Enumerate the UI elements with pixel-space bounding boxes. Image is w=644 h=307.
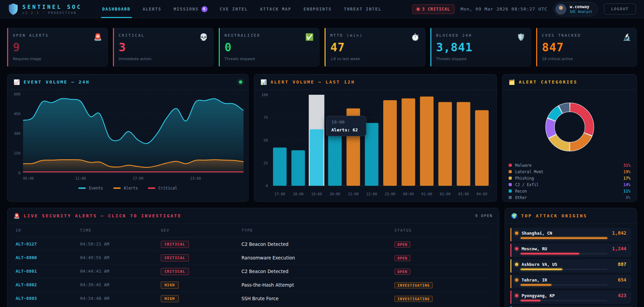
table-row[interactable]: ALT-880304:34:48 AMHIGHSSH Brute ForceIN… [16, 292, 491, 305]
nav-item-missions[interactable]: MISSIONS6 [174, 0, 208, 18]
nav-item-label: ATTACK MAP [260, 7, 291, 12]
origin-bar-track [521, 237, 607, 239]
user-menu[interactable]: w.conway SOC Analyst [553, 2, 598, 16]
origin-item: Moscow, RU1,244 [510, 243, 631, 257]
kpi-value: 3 [119, 40, 208, 54]
alert-status-cell: OPEN [394, 268, 491, 275]
kpi-subtitle: Immediate action [119, 57, 208, 61]
category-swatch [509, 170, 512, 173]
origin-item: Ashburn VA, US887 [510, 259, 631, 273]
status-badge: INVESTIGATING [394, 282, 433, 288]
svg-text:11:00: 11:00 [75, 176, 86, 180]
svg-text:19:00: 19:00 [311, 192, 322, 196]
origins-list: Shanghai, CN1,842Moscow, RU1,244Ashburn … [505, 224, 637, 307]
legend-item-events: Events [78, 186, 103, 191]
origin-city: Shanghai, CN [522, 231, 552, 236]
origin-dot-icon [515, 247, 518, 250]
svg-text:450: 450 [14, 112, 20, 116]
severity-badge: CRITICAL [161, 241, 189, 248]
legend-item-critical: Critical [148, 186, 177, 191]
live-alerts-card: 🚨 LIVE SECURITY ALERTS — CLICK TO INVEST… [7, 208, 499, 307]
kpi-value: 847 [542, 40, 631, 54]
nav-item-endpoints[interactable]: ENDPOINTS [304, 0, 332, 18]
origin-city: Pyongyang, KP [522, 293, 555, 298]
kpi-value: 0 [225, 40, 314, 54]
severity-badge: HIGH [161, 282, 179, 289]
legend-swatch [148, 187, 155, 189]
table-row[interactable]: ALT-880104:44:41 AMCRITICALC2 Beacon Det… [16, 265, 491, 278]
critical-badge-label: 3 CRITICAL [422, 7, 450, 12]
top-bar: SENTINEL SOC v3.2.1 · PRODUCTION DASHBOA… [0, 0, 644, 18]
alert-id: ALT-9127 [16, 241, 80, 247]
kpi-card-blocked-24h: BLOCKED 24H🛡️3,841Threats stopped [430, 28, 531, 67]
alert-sev-cell: CRITICAL [161, 254, 241, 261]
logout-button[interactable]: LOGOUT [604, 3, 636, 15]
table-row[interactable]: ALT-880004:49:55 AMCRITICALRansomware Ex… [16, 251, 491, 265]
legend-swatch [113, 187, 121, 189]
alert-sev-cell: CRITICAL [161, 240, 241, 248]
alerts-table-header: IDTIMESEVTYPESTATUS [16, 224, 491, 237]
origin-bar-fill [521, 237, 607, 239]
origin-row: Shanghai, CN1,842 [515, 230, 626, 236]
status-badge: INVESTIGATING [394, 296, 433, 302]
nav-item-label: THREAT INTEL [344, 7, 382, 12]
origin-count: 423 [618, 293, 626, 298]
event-volume-chart[interactable]: 015030045060005:0011:0017:0023:00 [7, 90, 248, 182]
table-row[interactable]: ALT-880204:39:45 AMHIGHPass-the-Hash Att… [16, 278, 491, 292]
table-row[interactable]: ALT-912704:50:21 AMCRITICALC2 Beacon Det… [16, 237, 491, 251]
event-volume-title: EVENT VOLUME — 24H [24, 79, 90, 85]
svg-text:17:00: 17:00 [133, 176, 143, 180]
kpi-subtitle: Threats stopped [225, 57, 314, 61]
utc-clock: Mon, 09 Mar 2026 08:50:27 UTC [461, 6, 547, 12]
nav-item-attack-map[interactable]: ATTACK MAP [260, 0, 291, 18]
alert-volume-chart[interactable]: 025507510017:0018:0019:0020:0021:0022:00… [254, 90, 496, 199]
categories-donut-chart[interactable] [538, 95, 602, 159]
svg-text:0: 0 [266, 184, 268, 188]
kpi-card-neutralized: NEUTRALIZED✅0Threats stopped [219, 28, 319, 67]
status-badge: OPEN [394, 255, 410, 261]
user-name: w.conway [570, 4, 592, 9]
critical-alert-badge[interactable]: 3 CRITICAL [412, 4, 454, 14]
origin-city: Moscow, RU [522, 246, 547, 251]
origin-dot-icon [515, 294, 518, 297]
kpi-siren-icon: 🚨 [94, 33, 102, 41]
folder-icon: 🗂️ [509, 79, 515, 85]
svg-text:21:00: 21:00 [348, 192, 359, 196]
origin-count: 1,842 [612, 230, 626, 236]
kpi-subtitle: 18 critical active [542, 57, 631, 61]
svg-text:150: 150 [14, 151, 20, 155]
origin-bar-fill [521, 300, 541, 301]
alert-status-cell: INVESTIGATING [394, 282, 491, 288]
nav-item-cve-intel[interactable]: CVE INTEL [220, 0, 248, 18]
kpi-label: CRITICAL [119, 33, 208, 38]
event-volume-legend: EventsAlertsCritical [7, 186, 248, 191]
kpi-subtitle: ↓8 vs last week [330, 57, 419, 61]
brand-name: SENTINEL SOC [22, 4, 82, 10]
bar-chart-icon: 📊 [260, 79, 267, 85]
category-swatch [509, 183, 512, 186]
nav-item-alerts[interactable]: ALERTS [143, 0, 161, 18]
alert-sev-cell: CRITICAL [161, 268, 241, 275]
origin-city: Ashburn VA, US [522, 262, 557, 267]
origin-row: Pyongyang, KP423 [515, 293, 626, 298]
kpi-label: MTTD (min) [330, 33, 419, 38]
category-label: Phishing [515, 176, 534, 181]
kpi-subtitle: Threats stopped [436, 57, 525, 61]
svg-text:18:00: 18:00 [293, 192, 304, 196]
alert-time: 04:44:41 AM [80, 269, 161, 274]
nav-item-threat-intel[interactable]: THREAT INTEL [344, 0, 382, 18]
open-count-badge: 9 OPEN [475, 214, 493, 218]
nav-item-dashboard[interactable]: DASHBOARD [102, 0, 131, 18]
category-percent: 17% [623, 176, 630, 181]
kpi-card-open-alerts: OPEN ALERTS🚨9Requires triage [7, 28, 108, 67]
alert-type: Ransomware Execution [241, 255, 394, 260]
kpi-value: 3,841 [436, 40, 525, 54]
alert-id: ALT-8800 [16, 255, 80, 260]
nav-item-label: MISSIONS [174, 7, 199, 12]
svg-text:100: 100 [261, 93, 268, 97]
alert-type: C2 Beacon Detected [241, 241, 394, 247]
kpi-check-icon: ✅ [305, 33, 314, 41]
kpi-card-cves-tracked: CVES TRACKED🔬84718 critical active [536, 28, 637, 67]
kpi-row: OPEN ALERTS🚨9Requires triageCRITICAL💀3Im… [7, 28, 637, 67]
globe-icon: 🌍 [511, 213, 518, 219]
